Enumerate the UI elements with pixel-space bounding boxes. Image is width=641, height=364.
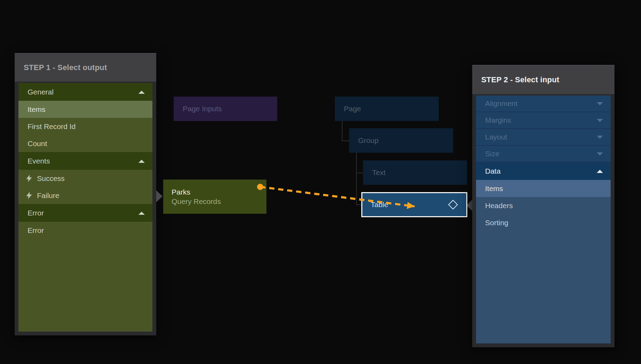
chevron-down-icon	[597, 136, 603, 139]
output-section-events-label: Events	[28, 157, 50, 165]
node-parks-text: Parks Query Records	[172, 187, 221, 206]
output-section-error-label: Error	[28, 209, 44, 217]
node-page[interactable]: Page	[335, 97, 439, 121]
input-section-margins-label: Margins	[485, 116, 511, 124]
diamond-icon	[448, 200, 458, 210]
node-parks-query-records[interactable]: Parks Query Records	[163, 180, 266, 214]
step1-output-list: General Items First Record Id Count Even…	[18, 83, 152, 332]
input-section-size-label: Size	[485, 150, 499, 158]
input-section-size[interactable]: Size	[476, 146, 611, 162]
node-table-label: Table	[371, 200, 388, 209]
lightning-bolt-icon	[26, 175, 32, 182]
step2-input-panel: STEP 2 - Select input Alignment Margins …	[472, 65, 614, 347]
chevron-down-icon	[597, 152, 603, 156]
output-item-count[interactable]: Count	[18, 135, 152, 152]
node-group-label: Group	[358, 136, 378, 145]
chevron-up-icon	[138, 212, 145, 215]
output-item-items-label: Items	[28, 105, 45, 114]
step2-panel-title: STEP 2 - Select input	[472, 66, 614, 94]
node-parks-subtitle: Query Records	[172, 197, 221, 206]
chevron-down-icon	[597, 102, 603, 105]
output-item-first-record-id[interactable]: First Record Id	[18, 118, 152, 135]
output-item-count-label: Count	[28, 139, 47, 148]
tree-line-page-group	[342, 121, 342, 141]
node-page-label: Page	[344, 105, 361, 113]
node-table-drop-target[interactable]: Table	[361, 192, 467, 217]
input-item-headers[interactable]: Headers	[476, 197, 611, 214]
input-item-items[interactable]: Items	[476, 180, 611, 197]
output-item-failure[interactable]: Failure	[18, 187, 152, 204]
tree-line-group-children	[356, 153, 357, 205]
input-section-alignment[interactable]: Alignment	[476, 96, 611, 112]
output-item-error[interactable]: Error	[18, 222, 152, 239]
chevron-up-icon	[597, 170, 603, 173]
node-text[interactable]: Text	[363, 160, 467, 185]
lightning-bolt-icon	[26, 192, 32, 199]
output-item-first-record-id-label: First Record Id	[28, 122, 76, 131]
tree-line-page-group-stub	[342, 141, 349, 141]
input-section-layout-label: Layout	[485, 133, 507, 141]
output-section-events[interactable]: Events	[18, 152, 152, 170]
node-group[interactable]: Group	[349, 128, 453, 153]
input-section-layout[interactable]: Layout	[476, 129, 611, 146]
input-item-sorting[interactable]: Sorting	[476, 214, 611, 231]
node-page-inputs[interactable]: Page Inputs	[174, 97, 277, 121]
node-text-label: Text	[372, 168, 386, 177]
input-item-items-label: Items	[485, 184, 503, 193]
step1-panel-title: STEP 1 - Select output	[15, 54, 156, 82]
connection-source-handle[interactable]	[257, 184, 263, 190]
output-item-error-label: Error	[28, 226, 44, 235]
output-item-success-label: Success	[37, 174, 65, 183]
input-item-sorting-label: Sorting	[485, 219, 508, 227]
flow-mapping-canvas: STEP 1 - Select output General Items Fir…	[0, 0, 641, 364]
step1-output-panel: STEP 1 - Select output General Items Fir…	[15, 53, 156, 335]
input-section-alignment-label: Alignment	[485, 99, 518, 108]
input-section-data[interactable]: Data	[476, 162, 611, 180]
input-item-headers-label: Headers	[485, 202, 513, 210]
output-section-error[interactable]: Error	[18, 204, 152, 222]
chevron-up-icon	[138, 160, 145, 163]
chevron-down-icon	[597, 119, 603, 122]
chevron-up-icon	[138, 91, 145, 94]
output-item-items[interactable]: Items	[18, 101, 152, 118]
output-section-general[interactable]: General	[18, 83, 152, 101]
node-parks-title: Parks	[172, 187, 221, 197]
input-section-margins[interactable]: Margins	[476, 112, 611, 129]
output-item-success[interactable]: Success	[18, 170, 152, 187]
node-page-inputs-label: Page Inputs	[183, 105, 222, 113]
output-section-general-label: General	[28, 88, 54, 96]
output-item-failure-label: Failure	[37, 191, 59, 200]
panel-pointer-right-icon	[156, 190, 163, 202]
tree-line-group-text-stub	[356, 173, 363, 173]
tree-line-group-table-stub	[356, 204, 361, 205]
input-section-data-label: Data	[485, 167, 500, 175]
step2-input-list: Alignment Margins Layout Size Data Items	[476, 96, 611, 343]
